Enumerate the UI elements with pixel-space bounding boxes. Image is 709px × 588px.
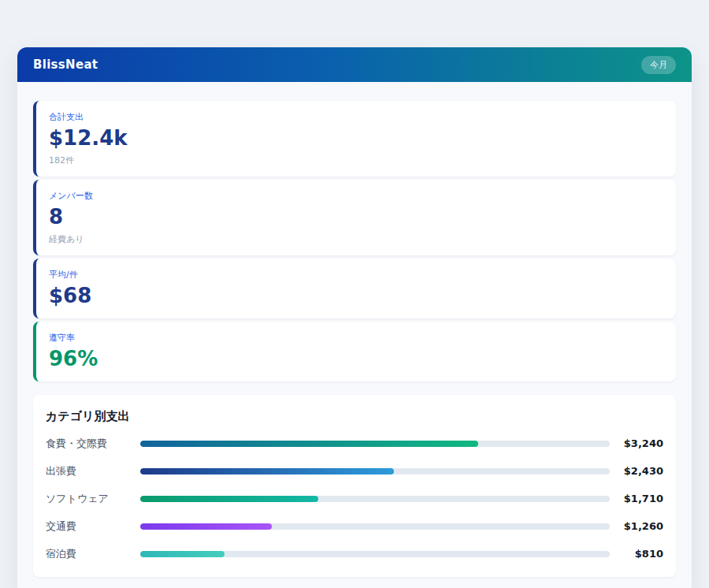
category-label: ソフトウェア: [46, 492, 140, 506]
stat-label: 合計支出: [49, 111, 663, 123]
stat-label: 遵守率: [49, 332, 663, 344]
category-amount: $2,430: [610, 465, 663, 477]
category-amount: $1,710: [610, 493, 663, 504]
app-title: BlissNeat: [33, 58, 98, 72]
stat-value: $68: [49, 285, 663, 308]
stat-sub: 経費あり: [49, 233, 663, 245]
stat-card: メンバー数 8 経費あり: [33, 180, 676, 255]
category-label: 出張費: [46, 464, 140, 478]
category-row: 宿泊費 $810: [46, 547, 663, 561]
app-header: BlissNeat 今月: [17, 47, 692, 82]
category-amount: $3,240: [610, 437, 663, 449]
category-row: 食費・交際費 $3,240: [46, 437, 663, 451]
stat-label: 平均/件: [49, 269, 663, 281]
category-bar-fill: [140, 496, 318, 502]
category-bar-track: [140, 523, 610, 530]
stat-card: 平均/件 $68: [33, 259, 676, 318]
period-badge[interactable]: 今月: [641, 56, 676, 74]
category-bar-fill: [140, 523, 272, 530]
category-bar-fill: [140, 441, 478, 447]
category-rows: 食費・交際費 $3,240 出張費 $2,430 ソフトウェア $1,710 交…: [46, 437, 663, 561]
stat-label: メンバー数: [49, 190, 663, 202]
stat-card: 遵守率 96%: [33, 322, 676, 381]
category-bar-track: [140, 468, 610, 474]
stat-sub: 182件: [49, 154, 663, 166]
category-label: 食費・交際費: [46, 437, 140, 451]
stat-value: $12.4k: [49, 127, 663, 151]
stat-value: 96%: [49, 348, 663, 371]
category-label: 宿泊費: [46, 547, 140, 561]
stat-value: 8: [49, 206, 663, 229]
stat-card: 合計支出 $12.4k 182件: [33, 101, 676, 177]
category-bar-track: [140, 496, 610, 502]
category-spending-card: カテゴリ別支出 食費・交際費 $3,240 出張費 $2,430 ソフトウェア …: [33, 395, 676, 577]
category-section-title: カテゴリ別支出: [46, 409, 663, 424]
category-bar-fill: [140, 551, 225, 557]
category-amount: $1,260: [610, 520, 663, 532]
category-bar-track: [140, 551, 610, 557]
dashboard-panel: BlissNeat 今月 合計支出 $12.4k 182件 メンバー数 8 経費…: [17, 47, 692, 588]
category-label: 交通費: [46, 519, 140, 534]
category-bar-track: [140, 441, 610, 447]
category-row: 交通費 $1,260: [46, 519, 663, 534]
category-bar-fill: [140, 468, 394, 474]
category-amount: $810: [610, 548, 663, 560]
panel-body: 合計支出 $12.4k 182件 メンバー数 8 経費あり 平均/件 $68 遵…: [17, 82, 692, 588]
category-row: 出張費 $2,430: [46, 464, 663, 478]
category-row: ソフトウェア $1,710: [46, 492, 663, 506]
